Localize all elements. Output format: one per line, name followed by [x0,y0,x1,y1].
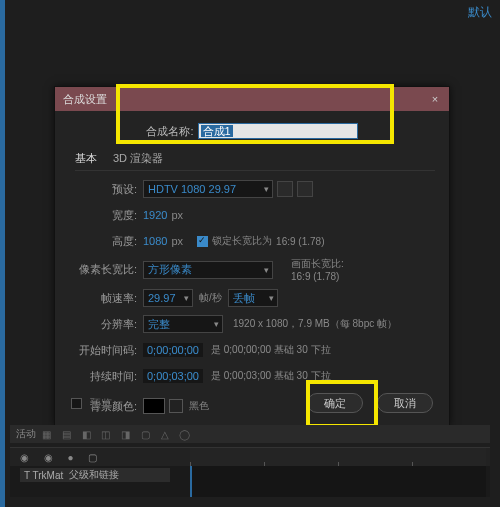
preview-checkbox[interactable] [71,398,82,409]
comp-name-label: 合成名称: [146,124,193,139]
frame-aspect-value: 16:9 (1.78) [291,271,344,282]
tab-advanced[interactable]: 3D 渲染器 [113,151,163,166]
time-ruler[interactable] [190,448,486,466]
ok-button[interactable]: 确定 [307,393,363,413]
lock-aspect-value: 16:9 (1.78) [276,236,324,247]
trkmat-column: T TrkMat [24,470,63,481]
preset-dropdown[interactable]: HDTV 1080 29.97 [143,180,273,198]
bgcolor-swatch[interactable] [143,398,165,414]
resolution-info: 1920 x 1080，7.9 MB（每 8bpc 帧） [233,317,397,331]
start-timecode-label: 开始时间码: [69,343,137,358]
frame-aspect-label: 画面长宽比: [291,257,344,271]
duration-info: 是 0;00;03;00 基础 30 下拉 [211,369,331,383]
par-label: 像素长宽比: [69,262,137,277]
timeline-track-area[interactable] [190,466,486,497]
preset-delete-icon[interactable] [297,181,313,197]
height-label: 高度: [69,234,137,249]
dialog-title: 合成设置 [63,92,107,107]
workspace-switcher[interactable]: 默认 [468,4,492,21]
fps-drop-dropdown[interactable]: 丢帧 [228,289,278,307]
lock-aspect-label: 锁定长宽比为 [212,234,272,248]
resolution-dropdown[interactable]: 完整 [143,315,223,333]
start-timecode-input[interactable]: 0;00;00;00 [143,343,203,357]
resolution-label: 分辨率: [69,317,137,332]
preset-label: 预设: [69,182,137,197]
dialog-titlebar[interactable]: 合成设置 × [55,87,449,111]
parent-column: 父级和链接 [69,468,119,482]
fps-label: 帧速率: [69,291,137,306]
viewer-footer: 活动 ▦ ▤ ◧ ◫ ◨ ▢ △ ◯ [10,425,490,443]
preset-save-icon[interactable] [277,181,293,197]
timeline-column-labels: T TrkMat 父级和链接 [20,468,170,482]
duration-input[interactable]: 0;00;03;00 [143,369,203,383]
width-label: 宽度: [69,208,137,223]
eyedropper-icon[interactable] [169,399,183,413]
start-timecode-info: 是 0;00;00;00 基础 30 下拉 [211,343,331,357]
duration-label: 持续时间: [69,369,137,384]
height-value[interactable]: 1080 [143,235,167,247]
par-dropdown[interactable]: 方形像素 [143,261,273,279]
fps-dropdown[interactable]: 29.97 [143,289,193,307]
left-panel-edge [0,0,5,507]
lock-aspect-checkbox[interactable] [197,236,208,247]
fps-unit: 帧/秒 [199,291,222,305]
cancel-button[interactable]: 取消 [377,393,433,413]
timeline-panel: ◉ ◉ ● ▢ T TrkMat 父级和链接 [10,447,490,497]
viewer-zoom[interactable]: 活动 [16,427,36,441]
preview-label: 预览 [90,396,112,411]
viewer-icons[interactable]: ▦ ▤ ◧ ◫ ◨ ▢ △ ◯ [42,429,194,440]
composition-settings-dialog: 合成设置 × 合成名称: 合成1 基本 3D 渲染器 预设: HDTV 1080… [54,86,450,426]
close-icon[interactable]: × [427,91,443,107]
bgcolor-name: 黑色 [189,399,209,413]
dialog-tabs: 基本 3D 渲染器 [75,151,435,171]
comp-name-input[interactable]: 合成1 [198,123,358,139]
tab-basic[interactable]: 基本 [75,151,97,166]
width-value[interactable]: 1920 [143,209,167,221]
